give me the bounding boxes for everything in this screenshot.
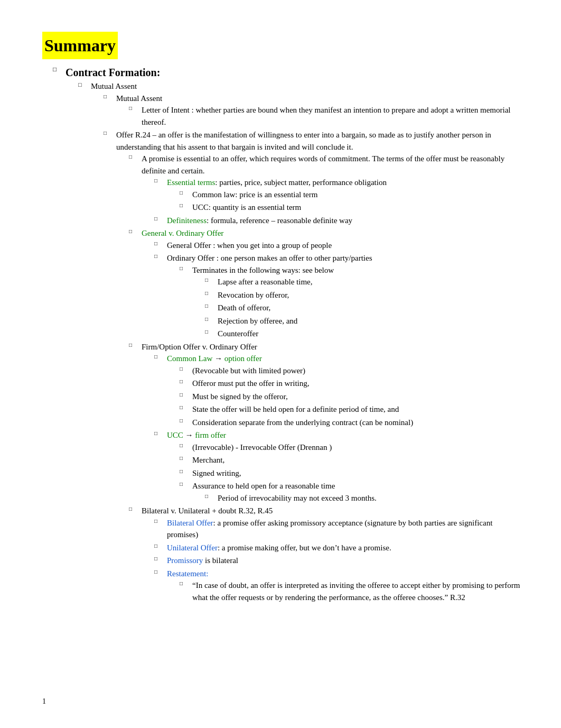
revocation-item: Revocation by offeror, (205, 289, 524, 301)
bilateral-offer-label: Bilateral Offer (167, 519, 213, 527)
ucc-quantity-item: UCC: quantity is an essential term (180, 201, 524, 214)
terminates-text: Terminates in the following ways: see be… (192, 266, 334, 274)
bilateral-item: Bilateral v. Unilateral + doubt R.32, R.… (129, 505, 524, 603)
death-text: Death of offeror, (218, 303, 270, 312)
ordinary-offer-text: Ordinary Offer : one person makes an off… (167, 254, 372, 262)
counteroffer-item: Counteroffer (205, 328, 524, 340)
merchant-text: Merchant, (192, 456, 225, 464)
general-offer-item: General Offer : when you get into a grou… (154, 239, 524, 252)
counteroffer-text: Counteroffer (218, 329, 258, 338)
lapse-item: Lapse after a reasonable time, (205, 276, 524, 288)
restatement-item: Restatement: “In case of doubt, an offer… (154, 568, 524, 604)
revocable-text: (Revocable but with limited power) (192, 366, 305, 375)
state-offer-text: State the offer will be held open for a … (192, 405, 399, 413)
promissory-label: Promissory (167, 556, 203, 565)
unilateral-offer-label: Unilateral Offer (167, 543, 218, 552)
bilateral-offer-text: : a promise offer asking promissory acce… (167, 519, 492, 539)
revocable-item: (Revocable but with limited power) (180, 365, 524, 377)
state-offer-item: State the offer will be held open for a … (180, 403, 524, 416)
page-number: 1 (42, 696, 46, 707)
death-item: Death of offeror, (205, 302, 524, 314)
consideration-item: Consideration separate from the underlyi… (180, 417, 524, 429)
essential-terms-item: Essential terms: parties, price, subject… (154, 177, 524, 214)
offer-item: Offer R.24 – an offer is the manifestati… (104, 129, 524, 603)
letter-of-intent-item: Letter of Intent : whether parties are b… (129, 104, 524, 128)
general-offer-text: General Offer : when you get into a grou… (167, 241, 332, 250)
promissory-text: is bilateral (203, 556, 238, 565)
letter-of-intent-text: Letter of Intent : whether parties are b… (142, 106, 511, 126)
offeror-writing-item: Offeror must put the offer in writing, (180, 377, 524, 390)
common-law-option-item: Common Law → option offer (Revocable but… (154, 353, 524, 428)
offeror-writing-text: Offeror must put the offer in writing, (192, 379, 309, 388)
restatement-quote-item: “In case of doubt, an offer is interpret… (180, 579, 524, 603)
arrow1-icon: → (214, 354, 225, 363)
bilateral-offer-item: Bilateral Offer: a promise offer asking … (154, 517, 524, 541)
lapse-text: Lapse after a reasonable time, (218, 278, 313, 286)
firm-offer-label: firm offer (195, 431, 226, 439)
general-v-ordinary-label: General v. Ordinary Offer (142, 229, 223, 237)
restatement-quote-text: “In case of doubt, an offer is interpret… (192, 581, 520, 602)
terminates-item: Terminates in the following ways: see be… (180, 264, 524, 340)
bilateral-header-text: Bilateral v. Unilateral + doubt R.32, R.… (142, 506, 273, 515)
definiteness-label: Definiteness (167, 216, 207, 225)
summary-title: Summary (42, 32, 118, 59)
arrow2-icon: → (185, 431, 195, 439)
ucc-label: UCC (167, 431, 183, 439)
mutual-assent-sub: Mutual Assent Letter of Intent : whether… (104, 93, 524, 128)
essential-terms-text: : parties, price, subject matter, perfor… (215, 178, 387, 187)
general-v-ordinary-item: General v. Ordinary Offer General Offer … (129, 227, 524, 340)
signed-offeror-item: Must be signed by the offeror, (180, 391, 524, 403)
period-item: Period of irrevocability may not exceed … (205, 492, 524, 504)
consideration-text: Consideration separate from the underlyi… (192, 418, 413, 427)
period-text: Period of irrevocability may not exceed … (218, 494, 377, 502)
mutual-assent-sub-label: Mutual Assent (116, 94, 162, 103)
ucc-firm-offer-item: UCC → firm offer (Irrevocable) - Irrevoc… (154, 429, 524, 504)
merchant-item: Merchant, (180, 454, 524, 466)
common-law-price-item: Common law: price is an essential term (180, 189, 524, 201)
ucc-quantity-text: UCC: quantity is an essential term (192, 203, 301, 211)
mutual-assent-label: Mutual Assent (91, 82, 137, 90)
definiteness-text: : formula, reference – reasonable defini… (207, 216, 352, 225)
signed-writing-text: Signed writing, (192, 469, 241, 477)
assurance-item: Assurance to held open for a reasonable … (180, 480, 524, 504)
promissory-item: Promissory is bilateral (154, 555, 524, 567)
contract-formation-title: Contract Formation: (66, 67, 160, 78)
restatement-label: Restatement: (167, 569, 208, 578)
assurance-text: Assurance to held open for a reasonable … (192, 482, 335, 490)
common-law-price-text: Common law: price is an essential term (192, 190, 317, 199)
ordinary-offer-item: Ordinary Offer : one person makes an off… (154, 252, 524, 340)
revocation-text: Revocation by offeror, (218, 291, 289, 299)
unilateral-offer-text: : a promise making offer, but we don’t h… (218, 543, 391, 552)
option-offer-label: option offer (225, 354, 262, 363)
essential-terms-label: Essential terms (167, 178, 215, 187)
promise-item: A promise is essential to an offer, whic… (129, 153, 524, 226)
rejection-item: Rejection by offeree, and (205, 315, 524, 327)
contract-formation-item: Contract Formation: Mutual Assent Mutual… (53, 64, 524, 603)
firm-option-text: Firm/Option Offer v. Ordinary Offer (142, 343, 257, 351)
unilateral-offer-item: Unilateral Offer: a promise making offer… (154, 542, 524, 554)
signed-offeror-text: Must be signed by the offeror, (192, 392, 288, 401)
offer-text: Offer R.24 – an offer is the manifestati… (116, 131, 491, 151)
definiteness-item: Definiteness: formula, reference – reaso… (154, 215, 524, 227)
firm-option-item: Firm/Option Offer v. Ordinary Offer Comm… (129, 341, 524, 504)
rejection-text: Rejection by offeree, and (218, 317, 297, 325)
common-law-label: Common Law (167, 354, 212, 363)
irrevocable-text: (Irrevocable) - Irrevocable Offer (Drenn… (192, 443, 332, 451)
irrevocable-item: (Irrevocable) - Irrevocable Offer (Drenn… (180, 441, 524, 454)
signed-writing-item: Signed writing, (180, 467, 524, 480)
promise-text: A promise is essential to an offer, whic… (142, 154, 504, 175)
mutual-assent-item: Mutual Assent Mutual Assent Letter of In… (78, 80, 524, 603)
